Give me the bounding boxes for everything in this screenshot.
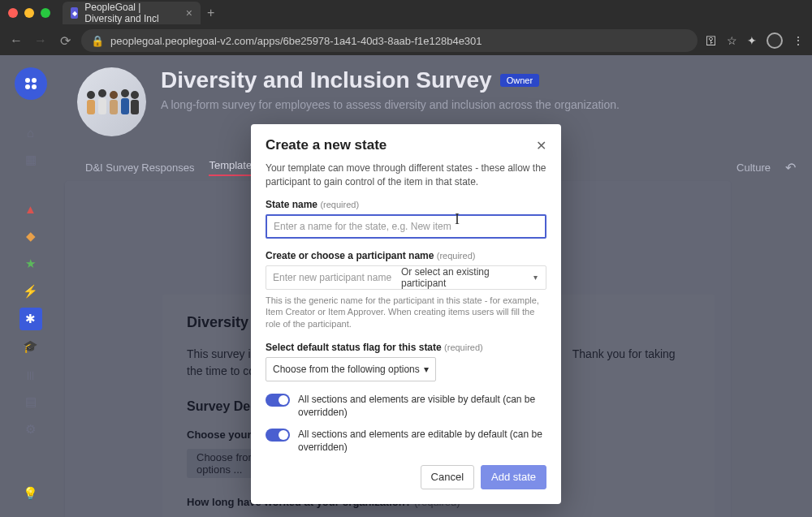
lock-icon: 🔒 (91, 35, 104, 47)
toolbar-icons: ⚿ ☆ ✦ ⋮ (706, 32, 804, 49)
logo-icon (22, 75, 40, 93)
owner-badge: Owner (500, 74, 539, 87)
participant-label: Create or choose a participant name (req… (266, 250, 546, 261)
sidebar-icon-2[interactable]: ◆ (19, 225, 42, 248)
undo-icon[interactable]: ↶ (785, 160, 796, 175)
header-image (77, 67, 146, 136)
chevron-down-icon[interactable]: ▾ (525, 273, 546, 282)
home-icon[interactable]: ⌂ (19, 121, 42, 144)
tab-responses[interactable]: D&I Survey Responses (85, 162, 194, 174)
url-text: peoplegoal.peoplegoal-v2.com/apps/6be259… (110, 35, 482, 47)
svg-point-4 (87, 91, 95, 99)
state-name-label: State name (required) (266, 199, 546, 210)
chevron-down-icon: ▾ (424, 364, 429, 375)
bolt-icon[interactable]: ⚡ (19, 280, 42, 303)
close-window-icon[interactable] (8, 8, 18, 18)
toggle-editable[interactable] (266, 429, 290, 442)
address-bar-row: ← → ⟳ 🔒 peoplegoal.peoplegoal-v2.com/app… (0, 26, 812, 55)
add-state-button[interactable]: Add state (481, 465, 546, 489)
app-logo[interactable] (15, 67, 47, 100)
modal-header: Create a new state ✕ (266, 137, 546, 153)
star-sidebar-icon[interactable]: ★ (19, 252, 42, 275)
modal-actions: Cancel Add state (266, 465, 546, 489)
svg-rect-13 (131, 100, 139, 114)
participant-input[interactable] (266, 272, 401, 283)
reload-button[interactable]: ⟳ (57, 33, 73, 49)
gear-icon[interactable]: ⚙ (19, 418, 42, 441)
asterisk-icon[interactable]: ✱ (19, 308, 42, 330)
participant-or-label[interactable]: Or select an existing participant (401, 266, 525, 289)
people-illustration (81, 84, 142, 120)
modal-description: Your template can move through different… (266, 162, 546, 189)
svg-point-12 (131, 91, 139, 99)
svg-point-6 (98, 89, 106, 97)
extensions-icon[interactable]: ✦ (747, 34, 757, 47)
svg-rect-9 (110, 100, 118, 114)
toggle-visible[interactable] (266, 394, 290, 407)
minimize-window-icon[interactable] (24, 8, 34, 18)
svg-point-0 (25, 78, 30, 83)
sidebar: ⌂ ▦ ▲ ◆ ★ ⚡ ✱ 🎓 ⫼ ▤ ⚙ 💡 (0, 55, 61, 517)
menu-icon[interactable]: ⋮ (793, 34, 804, 47)
state-name-input[interactable] (266, 214, 546, 239)
browser-chrome: ◆ PeopleGoal | Diversity and Incl × + (0, 0, 812, 26)
favicon-icon: ◆ (71, 7, 78, 19)
svg-point-8 (110, 91, 118, 99)
toggle-editable-label: All sections and elements are editable b… (298, 428, 546, 454)
svg-point-10 (121, 89, 129, 97)
window-controls (8, 8, 50, 18)
tab-culture[interactable]: Culture (736, 162, 771, 174)
graduation-icon[interactable]: 🎓 (19, 335, 42, 358)
svg-point-2 (25, 84, 30, 89)
page-subtitle: A long-form survey for employees to asse… (161, 98, 620, 111)
browser-tab[interactable]: ◆ PeopleGoal | Diversity and Incl × (63, 2, 201, 24)
address-bar[interactable]: 🔒 peoplegoal.peoplegoal-v2.com/apps/6be2… (81, 29, 698, 52)
toggle-visible-row: All sections and elements are visible by… (266, 393, 546, 419)
participant-combo: Or select an existing participant ▾ (266, 265, 546, 290)
svg-rect-5 (87, 100, 95, 114)
sidebar-icon-1[interactable]: ▲ (19, 197, 42, 220)
tab-close-icon[interactable]: × (186, 6, 192, 19)
app-area: Diversity and This survey is a Thank you… (0, 55, 812, 517)
status-flag-label: Select default status flag for this stat… (266, 342, 546, 353)
grid-icon[interactable]: ▦ (19, 149, 42, 171)
star-icon[interactable]: ☆ (727, 34, 737, 47)
cancel-button[interactable]: Cancel (421, 465, 474, 489)
svg-rect-11 (121, 98, 129, 114)
back-button[interactable]: ← (8, 33, 24, 48)
forward-button: → (32, 33, 49, 48)
create-state-modal: Create a new state ✕ Your template can m… (251, 124, 561, 504)
modal-title: Create a new state (266, 137, 387, 153)
toggle-editable-row: All sections and elements are editable b… (266, 428, 546, 454)
maximize-window-icon[interactable] (41, 8, 50, 18)
svg-rect-7 (98, 98, 106, 114)
page-title: Diversity and Inclusion Survey Owner (161, 67, 620, 93)
list-icon[interactable]: ▤ (19, 390, 42, 413)
close-icon[interactable]: ✕ (536, 138, 546, 153)
participant-help: This is the generic name for the partici… (266, 295, 546, 331)
status-flag-select[interactable]: Choose from the following options ▾ (266, 357, 436, 381)
chart-icon[interactable]: ⫼ (19, 363, 42, 386)
new-tab-button[interactable]: + (207, 6, 214, 20)
lightbulb-icon[interactable]: 💡 (19, 482, 42, 505)
header-text: Diversity and Inclusion Survey Owner A l… (161, 67, 620, 111)
svg-point-1 (32, 78, 37, 83)
toggle-visible-label: All sections and elements are visible by… (298, 393, 546, 419)
profile-avatar[interactable] (767, 32, 783, 49)
tab-title: PeopleGoal | Diversity and Incl (84, 2, 173, 24)
key-icon[interactable]: ⚿ (706, 34, 717, 47)
svg-point-3 (32, 84, 37, 89)
